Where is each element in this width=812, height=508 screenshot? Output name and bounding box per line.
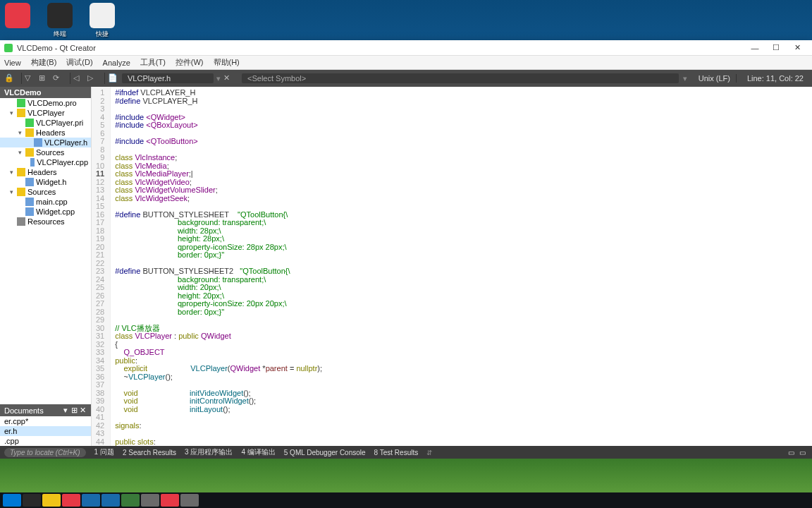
close-file-icon[interactable]: ✕ — [223, 73, 233, 83]
tree-item[interactable]: VLCDemo.pro — [0, 98, 91, 108]
taskbar-item[interactable] — [23, 494, 41, 507]
code-area[interactable]: #ifndef VLCPLAYER_H#define VLCPLAYER_H #… — [111, 87, 812, 446]
close-button[interactable]: ✕ — [787, 43, 808, 52]
code-editor[interactable]: 1234567891011121314151617181920212223242… — [92, 87, 812, 446]
filter-icon[interactable]: ▽ — [25, 73, 35, 83]
close-panel-icon[interactable]: ✕ — [78, 406, 87, 415]
editor-toolbar: 🔒 ▽ ⊞ ⟳ ◁ ▷ 📄 VLCPlayer.h ▾ ✕ <Select Sy… — [0, 70, 812, 87]
tree-item[interactable]: ▾Headers — [0, 167, 91, 177]
menu-window[interactable]: 控件(W) — [176, 57, 204, 68]
tree-item[interactable]: VLCPlayer.h — [0, 138, 91, 147]
qtcreator-window: VLCDemo - Qt Creator — ☐ ✕ View 构建(B) 调试… — [0, 40, 812, 459]
wallpaper-grass — [0, 459, 812, 492]
bottom-panel-bar: Type to locate (Ctrl+K) 1 问题 2 Search Re… — [0, 446, 812, 459]
doc-item[interactable]: .cpp — [0, 436, 91, 446]
menu-build[interactable]: 构建(B) — [31, 57, 57, 68]
tree-item[interactable]: ▾Sources — [0, 147, 91, 157]
desktop-icon[interactable] — [3, 3, 32, 39]
menu-help[interactable]: 帮助(H) — [214, 57, 240, 68]
panel-qml[interactable]: 5 QML Debugger Console — [284, 449, 366, 456]
taskbar-item[interactable] — [180, 494, 199, 507]
doc-item[interactable]: er.h — [0, 426, 91, 436]
encoding-label[interactable]: Unix (LF) — [687, 74, 737, 83]
tree-item[interactable]: VLCPlayer.cpp — [0, 157, 91, 167]
panel-issues[interactable]: 1 问题 — [94, 447, 114, 457]
dropdown-icon[interactable]: ▾ — [61, 406, 70, 415]
desktop-icon[interactable]: 快捷 — [87, 3, 117, 39]
locator-input[interactable]: Type to locate (Ctrl+K) — [4, 448, 86, 457]
sidebar-right-icon[interactable]: ▭ — [796, 449, 808, 456]
desktop-icons: 终端 快捷 — [0, 0, 120, 42]
sidebar-toggle-icon[interactable]: ▭ — [785, 449, 796, 456]
taskbar-item[interactable] — [121, 494, 140, 507]
titlebar: VLCDemo - Qt Creator — ☐ ✕ — [0, 40, 812, 56]
qt-icon — [4, 44, 13, 52]
documents-title: Documents ▾ ⊞ ✕ — [0, 404, 91, 416]
file-path[interactable]: VLCPlayer.h — [122, 73, 214, 83]
doc-item[interactable]: er.cpp* — [0, 416, 91, 426]
panel-more-icon[interactable]: ⇵ — [426, 449, 432, 456]
split-icon[interactable]: ⊞ — [39, 73, 49, 83]
tree-item[interactable]: ▾VLCPlayer — [0, 108, 91, 118]
panel-test[interactable]: 8 Test Results — [374, 449, 419, 456]
taskbar-item[interactable] — [102, 494, 120, 507]
maximize-button[interactable]: ☐ — [765, 43, 787, 52]
sync-icon[interactable]: ⟳ — [53, 73, 63, 83]
menu-debug[interactable]: 调试(D) — [66, 57, 92, 68]
file-icon: 📄 — [108, 73, 118, 83]
back-icon[interactable]: ◁ — [73, 73, 83, 83]
panel-search[interactable]: 2 Search Results — [123, 449, 176, 456]
start-button[interactable] — [3, 494, 21, 507]
tree-item[interactable]: VLCPlayer.pri — [0, 118, 91, 128]
tree-item[interactable]: ▾Headers — [0, 128, 91, 138]
taskbar[interactable] — [0, 492, 812, 508]
sidebar: VLCDemo VLCDemo.pro▾VLCPlayerVLCPlayer.p… — [0, 87, 92, 446]
taskbar-item[interactable] — [161, 494, 179, 507]
taskbar-item[interactable] — [62, 494, 80, 507]
tree-item[interactable]: ▾Sources — [0, 187, 91, 197]
taskbar-item[interactable] — [42, 494, 61, 507]
menubar: View 构建(B) 调试(D) Analyze 工具(T) 控件(W) 帮助(… — [0, 56, 812, 70]
minimize-button[interactable]: — — [744, 44, 765, 52]
line-gutter: 1234567891011121314151617181920212223242… — [92, 87, 111, 446]
panel-appout[interactable]: 3 应用程序输出 — [185, 447, 233, 457]
window-title: VLCDemo - Qt Creator — [17, 44, 96, 52]
symbol-selector[interactable]: <Select Symbol> — [242, 73, 679, 83]
documents-list[interactable]: er.cpp*er.h.cpp — [0, 416, 91, 446]
split-icon[interactable]: ⊞ — [70, 406, 78, 415]
line-col-label[interactable]: Line: 11, Col: 22 — [741, 74, 808, 83]
lock-icon[interactable]: 🔒 — [4, 73, 14, 83]
tree-item[interactable]: Resources — [0, 217, 91, 226]
menu-analyze[interactable]: Analyze — [103, 59, 130, 67]
menu-tools[interactable]: 工具(T) — [140, 57, 166, 68]
menu-view[interactable]: View — [4, 59, 21, 67]
tree-item[interactable]: Widget.cpp — [0, 207, 91, 217]
panel-compile[interactable]: 4 编译输出 — [241, 447, 275, 457]
project-title: VLCDemo — [0, 87, 91, 98]
tree-item[interactable]: main.cpp — [0, 197, 91, 207]
desktop-icon[interactable]: 终端 — [45, 3, 75, 39]
taskbar-item[interactable] — [141, 494, 159, 507]
project-tree[interactable]: VLCDemo.pro▾VLCPlayerVLCPlayer.pri▾Heade… — [0, 98, 91, 404]
taskbar-item[interactable] — [82, 494, 100, 507]
forward-icon[interactable]: ▷ — [87, 73, 97, 83]
tree-item[interactable]: Widget.h — [0, 177, 91, 187]
